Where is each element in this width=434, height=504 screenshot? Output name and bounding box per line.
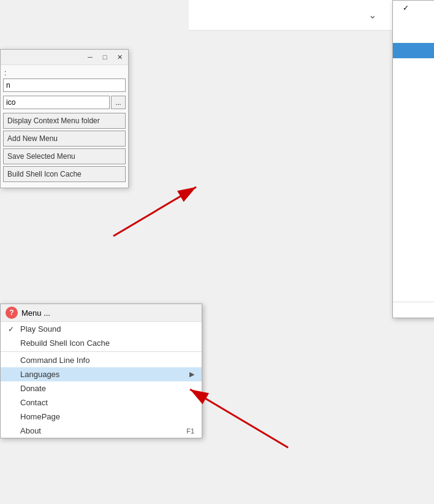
- menu-item-label: Play Sound: [20, 324, 61, 334]
- lang-item-polish[interactable]: Polish Polski: [393, 188, 434, 202]
- lang-item-dutch[interactable]: Dutch Dutch: [393, 58, 434, 72]
- maximize-btn[interactable]: □: [100, 52, 110, 62]
- name-label: :: [3, 69, 126, 77]
- lang-item-japanese[interactable]: Japanese 日本語: [393, 157, 434, 172]
- dropdown-btn[interactable]: ⌄: [363, 6, 381, 25]
- title-bar: ─ □ ✕: [1, 50, 128, 65]
- menu-item-label: Contact: [20, 398, 48, 407]
- ico-input-row: ...: [3, 96, 126, 109]
- browse-btn[interactable]: ...: [111, 96, 126, 109]
- menu-item-homepage[interactable]: HomePage: [1, 410, 202, 424]
- lang-item-arabic[interactable]: Arabic العربية: [393, 29, 434, 43]
- menu-separator: [1, 351, 202, 352]
- save-selected-menu-btn[interactable]: Save Selected Menu: [3, 148, 126, 164]
- lang-dropdown: ✓ Default Language English Arabic العربي…: [392, 0, 434, 318]
- lang-item-persian[interactable]: Persian فارسی: [393, 202, 434, 216]
- menu-header: ? Menu ...: [1, 304, 202, 322]
- menu-item-label: Command Line Info: [20, 356, 89, 365]
- menu-icon: ?: [6, 307, 18, 319]
- app-window: ─ □ ✕ : ... Display Context Menu folder …: [0, 49, 129, 188]
- ico-input[interactable]: [3, 96, 110, 109]
- lang-item-russian[interactable]: Russian Русский: [393, 230, 434, 244]
- lang-item-chinese[interactable]: Chinese-Simplified 简体中文: [393, 43, 434, 58]
- left-context-menu: ? Menu ... ✓ Play Sound Rebuild Shell Ic…: [0, 304, 202, 438]
- display-context-menu-btn[interactable]: Display Context Menu folder: [3, 113, 126, 129]
- lang-item-turkish[interactable]: Turkish Türkçe: [393, 272, 434, 286]
- menu-item-label: Donate: [20, 384, 46, 393]
- menu-item-donate[interactable]: Donate: [1, 381, 202, 395]
- menu-item-about[interactable]: About F1: [1, 424, 202, 438]
- menu-item-cmdline[interactable]: Command Line Info: [1, 353, 202, 367]
- submenu-arrow-icon: ▶: [189, 370, 194, 378]
- lang-item-hungarian[interactable]: Hungarian Magyar: [393, 115, 434, 129]
- lang-item-french[interactable]: French Français: [393, 72, 434, 86]
- close-btn[interactable]: ✕: [115, 52, 124, 62]
- build-shell-icon-cache-btn[interactable]: Build Shell Icon Cache: [3, 166, 126, 182]
- lang-separator: [393, 302, 434, 302]
- menu-item-play-sound[interactable]: ✓ Play Sound: [1, 322, 202, 336]
- lang-item-korean[interactable]: Korean 한국어: [393, 172, 434, 188]
- menu-item-label: HomePage: [20, 412, 60, 421]
- shortcut-label: F1: [186, 427, 194, 435]
- lang-item-ukrainian[interactable]: Ukrainian Українська: [393, 286, 434, 300]
- lang-item-italian[interactable]: Italian Italiano: [393, 143, 434, 157]
- menu-item-languages[interactable]: Languages ▶: [1, 367, 202, 381]
- menu-item-rebuild[interactable]: Rebuild Shell Icon Cache: [1, 336, 202, 350]
- menu-item-label: Languages: [20, 370, 59, 379]
- name-input[interactable]: [3, 78, 126, 92]
- lang-item-greek[interactable]: Greek Ελληνικά: [393, 101, 434, 115]
- menu-item-label: About: [20, 426, 41, 435]
- lang-item-hebrew[interactable]: Hebrew עברית: [393, 129, 434, 143]
- lang-item-spanish[interactable]: Spanish Español: [393, 258, 434, 272]
- menu-item-label: Rebuild Shell Icon Cache: [20, 338, 110, 348]
- svg-line-3: [190, 389, 288, 448]
- red-arrow-1: [107, 181, 205, 242]
- minimize-btn[interactable]: ─: [85, 52, 95, 62]
- add-new-menu-btn[interactable]: Add New Menu: [3, 131, 126, 147]
- lang-item-default[interactable]: ✓ Default Language: [393, 1, 434, 15]
- lang-item-portuguese[interactable]: Portuguese Português-PT: [393, 216, 434, 230]
- check-icon: ✓: [8, 325, 18, 334]
- menu-item-contact[interactable]: Contact: [1, 395, 202, 410]
- svg-line-1: [113, 187, 196, 236]
- lang-item-english[interactable]: English: [393, 15, 434, 29]
- menu-header-label: Menu ...: [21, 308, 50, 318]
- app-body: : ... Display Context Menu folder Add Ne…: [1, 65, 128, 188]
- check-icon: ✓: [403, 4, 415, 12]
- lang-item-german[interactable]: German Deutsch: [393, 86, 434, 101]
- lang-item-slovenian[interactable]: Slovenian Slovenija: [393, 244, 434, 258]
- lang-item-translate[interactable]: Translate: [393, 304, 434, 318]
